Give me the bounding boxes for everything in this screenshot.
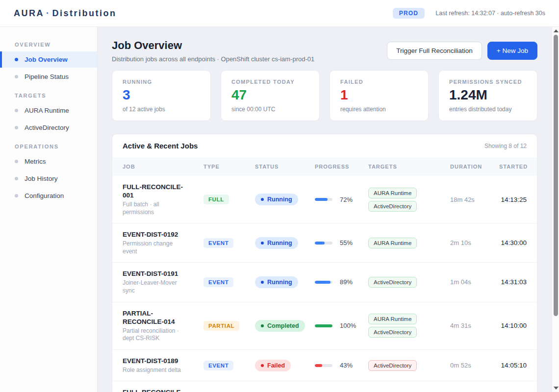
trigger-full-reconciliation-button[interactable]: Trigger Full Reconciliation [387, 42, 482, 60]
target-badge-activedirectory: ActiveDirectory [368, 360, 417, 371]
stat-subtext: entries distributed today [449, 106, 527, 113]
target-badge-aura-runtime: AURA Runtime [368, 238, 417, 248]
sidebar-item-label: Configuration [25, 192, 64, 199]
bullet-icon [15, 109, 18, 112]
table-row[interactable]: EVENT-DIST-0192 Permission change event … [112, 223, 537, 262]
progress-bar [315, 198, 332, 201]
stat-label: RUNNING [123, 79, 200, 85]
stat-subtext: of 12 active jobs [123, 106, 200, 113]
job-targets: ActiveDirectory [368, 360, 450, 371]
stat-subtext: requires attention [340, 106, 418, 113]
stat-label: COMPLETED TODAY [231, 79, 309, 85]
job-name: PARTIAL-RECONCILE-014 [123, 309, 203, 326]
progress-percent: 89% [340, 278, 353, 286]
bullet-icon [15, 58, 18, 61]
page-subtitle: Distribution jobs across all endpoints ·… [112, 55, 314, 63]
stat-value: 1 [340, 88, 418, 102]
progress-bar-fill [315, 198, 328, 201]
status-text: Running [267, 279, 292, 286]
new-job-button[interactable]: + New Job [487, 42, 537, 60]
scrollbar-thumb[interactable] [554, 35, 558, 316]
table-row[interactable]: EVENT-DIST-0189 Role assignment delta EV… [112, 349, 537, 381]
job-targets: AURA RuntimeActiveDirectory [368, 188, 450, 212]
sidebar-section-heading: OPERATIONS [0, 140, 97, 152]
job-name: EVENT-DIST-0189 [123, 357, 203, 365]
job-status-badge: Completed [255, 320, 305, 332]
stat-value: 1.24M [449, 88, 527, 102]
progress-percent: 55% [340, 239, 353, 246]
job-description: Role assignment delta [123, 367, 203, 374]
scroll-down-icon[interactable] [554, 387, 559, 390]
target-badge-aura-runtime: AURA Runtime [368, 188, 417, 198]
sidebar-item-configuration[interactable]: Configuration [0, 188, 97, 204]
vertical-scrollbar[interactable] [552, 27, 559, 392]
sidebar-item-job-overview[interactable]: Job Overview [0, 51, 97, 68]
stat-label: FAILED [340, 79, 418, 85]
page-title: Job Overview [112, 39, 314, 52]
progress-percent: 100% [340, 322, 356, 329]
table-row[interactable]: PARTIAL-RECONCILE-014 Partial reconcilia… [112, 302, 537, 349]
progress-bar [315, 242, 332, 245]
progress-bar-fill [315, 364, 322, 367]
sidebar-item-label: ActiveDirectory [25, 124, 69, 131]
job-started: 14:13:25 [499, 196, 527, 203]
sidebar-item-metrics[interactable]: Metrics [0, 153, 97, 170]
column-header-started: STARTED [499, 164, 528, 170]
job-duration: 2m 10s [450, 239, 499, 246]
job-started: 14:30:00 [499, 239, 527, 246]
app-header: AURA·Distribution PROD Last refresh: 14:… [0, 0, 559, 27]
sidebar-item-label: Pipeline Status [25, 73, 69, 80]
sidebar-item-pipeline-status[interactable]: Pipeline Status [0, 69, 97, 85]
job-status-badge: Running [255, 194, 298, 205]
progress-bar-fill [315, 281, 330, 284]
progress-bar [315, 281, 332, 284]
column-header-targets: TARGETS [368, 164, 450, 170]
job-targets: ActiveDirectory [368, 277, 450, 288]
job-status-badge: Running [255, 276, 298, 288]
sidebar-item-aura-runtime[interactable]: AURA Runtime [0, 102, 97, 119]
status-text: Running [267, 196, 292, 203]
job-name: EVENT-DIST-0191 [123, 270, 203, 278]
jobs-table-card: Active & Recent Jobs Showing 8 of 12 JOB… [112, 134, 537, 392]
target-badge-aura-runtime: AURA Runtime [368, 314, 417, 324]
stats-row: RUNNING 3 of 12 active jobs COMPLETED TO… [112, 70, 537, 121]
job-type-badge: EVENT [203, 361, 233, 370]
bullet-icon [15, 177, 18, 180]
bullet-icon [15, 160, 18, 163]
job-started: 14:10:00 [499, 322, 527, 329]
job-name: FULL-RECONCILE-000 [123, 388, 203, 392]
stat-card-completed-today: COMPLETED TODAY 47 since 00:00 UTC [221, 70, 320, 121]
table-row[interactable]: FULL-RECONCILE-000 Scheduled nightly ful… [112, 381, 537, 392]
sidebar-item-job-history[interactable]: Job History [0, 171, 97, 187]
stat-label: PERMISSIONS SYNCED [449, 79, 527, 85]
jobs-table-title: Active & Recent Jobs [123, 142, 198, 150]
status-dot-icon [261, 364, 264, 367]
column-header-status: STATUS [255, 164, 315, 170]
last-refresh-status: Last refresh: 14:32:07 · auto-refresh 30… [435, 10, 545, 17]
job-duration: 1m 04s [450, 278, 499, 286]
job-targets: AURA Runtime [368, 238, 450, 248]
table-row[interactable]: FULL-RECONCILE-001 Full batch · all perm… [112, 176, 537, 223]
progress-bar-fill [315, 324, 332, 327]
progress-percent: 43% [340, 362, 353, 369]
brand-module: Distribution [52, 8, 117, 18]
job-type-badge: EVENT [203, 277, 233, 287]
scroll-up-icon[interactable] [554, 29, 559, 32]
column-header-job: JOB [123, 164, 203, 170]
status-text: Completed [267, 322, 299, 329]
sidebar-section-heading: OVERVIEW [0, 38, 97, 50]
job-description: Partial reconciliation · dept CS-RISK [123, 327, 203, 343]
jobs-table-count: Showing 8 of 12 [484, 143, 527, 149]
job-status-badge: Running [255, 237, 298, 249]
table-row[interactable]: EVENT-DIST-0191 Joiner-Leaver-Mover sync… [112, 262, 537, 301]
stat-card-running: RUNNING 3 of 12 active jobs [112, 70, 211, 121]
environment-badge: PROD [393, 8, 425, 19]
status-dot-icon [261, 198, 264, 201]
sidebar-item-activedirectory[interactable]: ActiveDirectory [0, 120, 97, 136]
status-dot-icon [261, 324, 264, 327]
sidebar-item-label: AURA Runtime [25, 107, 69, 114]
stat-subtext: since 00:00 UTC [231, 106, 309, 113]
progress-bar [315, 324, 332, 327]
stat-value: 47 [231, 88, 309, 102]
job-description: Joiner-Leaver-Mover sync [123, 279, 203, 294]
